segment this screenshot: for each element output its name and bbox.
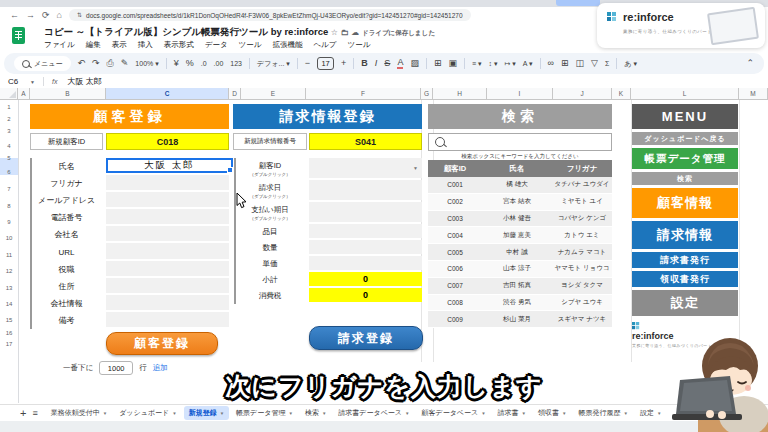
tab-menu-caret-icon[interactable]: ▼ bbox=[522, 411, 526, 416]
search-table-row[interactable]: C006山本 涼子ヤマモト リョウコ bbox=[428, 261, 612, 278]
percent-format-icon[interactable]: % bbox=[186, 59, 194, 68]
row-header-13[interactable]: 13 bbox=[0, 282, 18, 294]
undo-icon[interactable]: ↶ bbox=[78, 59, 86, 68]
toolbar-search[interactable]: メニュー bbox=[14, 56, 71, 71]
back-icon[interactable]: ← bbox=[10, 11, 19, 20]
fill-color-icon[interactable]: ▨ bbox=[410, 59, 419, 68]
tab-menu-caret-icon[interactable]: ▼ bbox=[481, 411, 485, 416]
redo-icon[interactable]: ↷ bbox=[92, 59, 100, 68]
search-table-row[interactable]: C007吉田 拓真ヨシダ タクマ bbox=[428, 278, 612, 295]
row-header-11[interactable]: 11 bbox=[0, 249, 18, 261]
column-header-E[interactable]: E bbox=[241, 88, 306, 100]
tab-menu-caret-icon[interactable]: ▼ bbox=[405, 411, 409, 416]
sheet-tab-1[interactable]: ダッシュボード▼ bbox=[114, 406, 181, 420]
search-table-row[interactable]: C002宮本 結衣ミヤモト ユイ bbox=[428, 194, 612, 211]
customer-field-value-3[interactable] bbox=[106, 209, 229, 224]
column-header-D[interactable]: D bbox=[229, 88, 241, 100]
invoice-field-value-6[interactable]: 0 bbox=[309, 272, 422, 286]
dropdown-caret-icon[interactable]: ▼ bbox=[413, 165, 418, 171]
increase-decimal-icon[interactable]: .00 bbox=[214, 60, 224, 67]
menu-button-2[interactable]: 検索 bbox=[632, 172, 738, 185]
tab-menu-caret-icon[interactable]: ▼ bbox=[562, 411, 566, 416]
invoice-field-value-1[interactable] bbox=[309, 180, 422, 200]
sheet-tab-9[interactable]: 帳票発行履歴▼ bbox=[574, 406, 633, 420]
site-info-icon[interactable]: ⇅ bbox=[77, 12, 82, 18]
column-header-M[interactable]: M bbox=[739, 88, 768, 100]
document-title[interactable]: コピー ～【トライアル版】シンプル帳票発行ツール by re:inforce ☆… bbox=[44, 26, 435, 39]
row-header-7[interactable]: 7 bbox=[0, 183, 18, 195]
row-header-2[interactable]: 2 bbox=[0, 113, 18, 125]
row-header-1[interactable]: 1 bbox=[0, 101, 18, 113]
tab-menu-caret-icon[interactable]: ▼ bbox=[288, 411, 292, 416]
search-input[interactable] bbox=[428, 133, 612, 151]
sheet-tab-4[interactable]: 検索▼ bbox=[300, 406, 331, 420]
row-header-3[interactable]: 3 bbox=[0, 125, 18, 137]
horizontal-align-icon[interactable]: ≡ ▾ bbox=[472, 60, 482, 68]
text-color-icon[interactable]: A bbox=[397, 58, 403, 69]
customer-field-value-2[interactable] bbox=[106, 192, 229, 207]
all-sheets-icon[interactable]: ≡ bbox=[32, 408, 37, 418]
decrease-font-icon[interactable]: − bbox=[305, 59, 310, 68]
text-rotation-icon[interactable]: A ▾ bbox=[523, 60, 533, 68]
invoice-field-value-7[interactable]: 0 bbox=[309, 288, 422, 302]
menu-9[interactable]: ツール bbox=[347, 40, 370, 50]
menu-2[interactable]: 表示 bbox=[112, 40, 127, 50]
increase-font-icon[interactable]: + bbox=[341, 59, 346, 68]
decrease-decimal-icon[interactable]: .0 bbox=[201, 60, 207, 67]
tab-menu-caret-icon[interactable]: ▼ bbox=[220, 411, 224, 416]
customer-field-value-1[interactable] bbox=[106, 175, 229, 190]
sheets-logo-icon[interactable] bbox=[12, 27, 25, 44]
tab-menu-caret-icon[interactable]: ▼ bbox=[624, 411, 628, 416]
search-table-row[interactable]: C005中村 誠ナカムラ マコト bbox=[428, 244, 612, 261]
column-header-C[interactable]: C bbox=[106, 88, 229, 100]
column-header-B[interactable]: B bbox=[30, 88, 106, 100]
vertical-align-icon[interactable]: ↕ ▾ bbox=[489, 60, 498, 68]
invoice-field-value-5[interactable] bbox=[309, 256, 422, 270]
menu-8[interactable]: ヘルプ bbox=[313, 40, 336, 50]
print-icon[interactable]: ⎙ bbox=[107, 59, 114, 68]
invoice-field-value-0[interactable]: ▼ bbox=[309, 158, 422, 178]
row-header-9[interactable]: 9 bbox=[0, 216, 18, 228]
customer-field-value-0[interactable]: 大阪 太郎 bbox=[106, 158, 233, 173]
invoice-field-value-4[interactable] bbox=[309, 240, 422, 254]
menu-button-7[interactable]: 設定 bbox=[632, 290, 738, 316]
sheet-tab-5[interactable]: 請求書データベース▼ bbox=[333, 406, 414, 420]
rows-count-input[interactable]: 1000 bbox=[99, 361, 133, 375]
invoice-register-button[interactable]: 請求登録 bbox=[309, 326, 423, 350]
reload-icon[interactable]: ⟳ bbox=[42, 11, 50, 20]
column-header-K[interactable]: K bbox=[612, 88, 631, 100]
insert-chart-icon[interactable]: ◫ bbox=[576, 59, 585, 68]
menu-6[interactable]: ツール bbox=[239, 40, 262, 50]
move-folder-icon[interactable]: 🗀 bbox=[341, 28, 349, 37]
add-sheet-icon[interactable]: + bbox=[20, 407, 26, 419]
menu-button-1[interactable]: 帳票データ管理 bbox=[632, 148, 738, 169]
font-select[interactable]: デフォ... ▾ bbox=[257, 59, 290, 69]
sheet-tab-2[interactable]: 新規登録▼ bbox=[184, 406, 229, 420]
menu-button-0[interactable]: ダッシュボードへ戻る bbox=[632, 132, 738, 145]
browser-tab[interactable] bbox=[556, 0, 600, 6]
select-all-corner[interactable] bbox=[0, 88, 18, 100]
star-icon[interactable]: ☆ bbox=[331, 28, 338, 37]
forward-icon[interactable]: → bbox=[26, 11, 35, 20]
menu-button-3[interactable]: 顧客情報 bbox=[632, 188, 738, 218]
customer-id-value[interactable]: C018 bbox=[106, 133, 229, 150]
column-header-F[interactable]: F bbox=[306, 88, 421, 100]
customer-field-value-7[interactable] bbox=[106, 278, 229, 293]
column-header-H[interactable]: H bbox=[433, 88, 487, 100]
name-box-caret-icon[interactable]: ▼ bbox=[30, 79, 35, 85]
column-header-I[interactable]: I bbox=[487, 88, 553, 100]
zoom-select[interactable]: 100% ▾ bbox=[135, 60, 158, 68]
tab-menu-caret-icon[interactable]: ▼ bbox=[322, 411, 326, 416]
row-header-10[interactable]: 10 bbox=[0, 232, 18, 244]
search-table-row[interactable]: C008渋谷 勇気シブヤ ユウキ bbox=[428, 295, 612, 312]
menu-button-6[interactable]: 領収書発行 bbox=[632, 271, 738, 287]
customer-field-value-4[interactable] bbox=[106, 226, 229, 241]
row-header-12[interactable]: 12 bbox=[0, 265, 18, 277]
sheet-tab-6[interactable]: 顧客データベース▼ bbox=[416, 406, 490, 420]
bold-icon[interactable]: B bbox=[361, 59, 368, 68]
row-header-5[interactable]: 5 bbox=[0, 152, 18, 164]
menu-5[interactable]: データ bbox=[205, 40, 228, 50]
font-size-input[interactable]: 17 bbox=[317, 57, 334, 70]
sheet-tab-8[interactable]: 領収書▼ bbox=[533, 406, 571, 420]
ime-toggle[interactable]: あ ▾ bbox=[624, 59, 637, 69]
